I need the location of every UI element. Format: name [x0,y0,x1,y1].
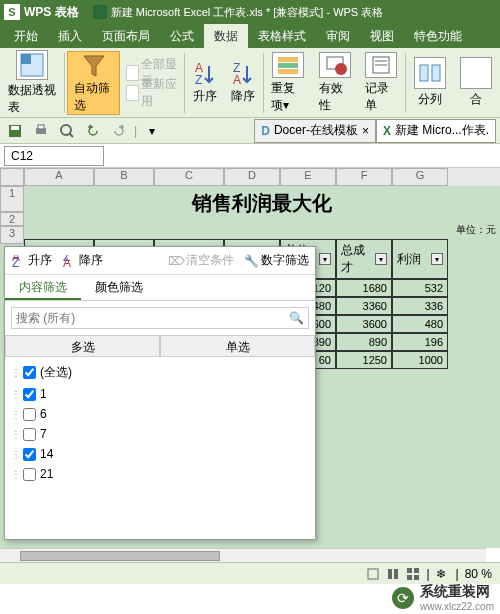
content-filter-tab[interactable]: 内容筛选 [5,275,81,300]
svg-rect-29 [407,568,412,573]
filter-icon [80,52,108,80]
validation-button[interactable]: 有效性 [313,51,357,115]
color-filter-tab[interactable]: 颜色筛选 [81,275,157,300]
filter-item[interactable]: ⋮14 [11,444,309,464]
filter-search-box[interactable]: 🔍 [11,307,309,329]
close-icon[interactable]: × [362,124,369,138]
excel-icon: X [383,124,391,138]
data-cell[interactable]: 196 [392,333,448,351]
multi-select-mode[interactable]: 多选 [5,335,160,357]
view-page-icon[interactable] [386,567,400,581]
zoom-level[interactable]: 80 % [465,567,492,581]
split-button[interactable]: 分列 [408,51,452,115]
data-cell[interactable]: 532 [392,279,448,297]
scroll-thumb[interactable] [20,551,220,561]
workbook-tab[interactable]: X 新建 Micro...作表. [376,119,496,143]
data-cell[interactable]: 3600 [336,315,392,333]
data-cell[interactable]: 3360 [336,297,392,315]
merge-icon [460,57,492,89]
menu-review[interactable]: 审阅 [316,24,360,49]
filter-clear-button[interactable]: ⌦清空条件 [169,252,234,269]
save-button[interactable] [4,121,26,141]
header-profit[interactable]: 利润▾ [392,239,448,279]
autofilter-button[interactable]: 自动筛选 [67,51,120,115]
merge-button[interactable]: 合 [454,51,498,115]
clear-icon: ⌦ [169,254,183,268]
filter-number-button[interactable]: 🔧数字筛选 [244,252,309,269]
filter-item[interactable]: ⋮(全选) [11,361,309,384]
sort-desc-label: 降序 [231,88,255,105]
filter-tabs: 内容筛选 颜色筛选 [5,275,315,301]
menu-layout[interactable]: 页面布局 [92,24,160,49]
filter-item[interactable]: ⋮21 [11,464,309,484]
view-normal-icon[interactable] [366,567,380,581]
sort-desc-icon: ZA [231,60,255,88]
data-cell[interactable]: 1000 [392,351,448,369]
single-select-mode[interactable]: 单选 [160,335,315,357]
filter-dropdown-icon[interactable]: ▾ [319,253,331,265]
filter-checkbox[interactable] [23,448,36,461]
filter-checkbox[interactable] [23,366,36,379]
view-break-icon[interactable] [406,567,420,581]
sort-asc-button[interactable]: AZ 升序 [187,51,223,115]
qat-dropdown[interactable]: ▾ [141,121,163,141]
search-icon[interactable]: 🔍 [289,311,304,325]
data-cell[interactable]: 480 [392,315,448,333]
filter-item-label: (全选) [40,364,72,381]
filter-item-label: 6 [40,407,47,421]
data-cell[interactable]: 336 [392,297,448,315]
filter-sort-asc-button[interactable]: AZ升序 [11,252,52,269]
col-header-d[interactable]: D [224,168,280,186]
row-header-2[interactable]: 2 [0,212,24,226]
undo-button[interactable] [82,121,104,141]
svg-rect-19 [38,125,44,129]
row-header-1[interactable]: 1 [0,186,24,212]
header-totalcost[interactable]: 总成才▾ [336,239,392,279]
svg-rect-31 [407,575,412,580]
row-header-3[interactable]: 3 [0,226,24,244]
col-header-b[interactable]: B [94,168,154,186]
filter-checkbox[interactable] [23,388,36,401]
col-header-c[interactable]: C [154,168,224,186]
menu-formula[interactable]: 公式 [160,24,204,49]
menu-insert[interactable]: 插入 [48,24,92,49]
data-cell[interactable]: 890 [336,333,392,351]
filter-options-group: 全部显示 重新应用 [122,51,182,115]
print-button[interactable] [30,121,52,141]
reapply-button[interactable]: 重新应用 [122,83,182,103]
filter-checkbox[interactable] [23,408,36,421]
duplicates-button[interactable]: 重复项▾ [265,51,311,115]
menu-tablestyle[interactable]: 表格样式 [248,24,316,49]
menu-data[interactable]: 数据 [204,24,248,49]
pivot-table-button[interactable]: 数据透视表 [2,51,62,115]
preview-button[interactable] [56,121,78,141]
name-box[interactable]: C12 [4,146,104,166]
select-all-corner[interactable] [0,168,24,186]
svg-rect-26 [368,569,378,579]
docer-tab[interactable]: D Docer-在线模板 × [254,119,376,143]
filter-item[interactable]: ⋮1 [11,384,309,404]
horizontal-scrollbar[interactable] [0,548,486,562]
col-header-a[interactable]: A [24,168,94,186]
data-cell[interactable]: 1680 [336,279,392,297]
menu-special[interactable]: 特色功能 [404,24,472,49]
menu-start[interactable]: 开始 [4,24,48,49]
col-header-e[interactable]: E [280,168,336,186]
filter-dropdown-icon[interactable]: ▾ [431,253,443,265]
filter-sort-desc-button[interactable]: ZA降序 [62,252,103,269]
redo-button[interactable] [108,121,130,141]
filter-checkbox[interactable] [23,468,36,481]
data-cell[interactable]: 1250 [336,351,392,369]
record-button[interactable]: 记录单 [359,51,403,115]
filter-dropdown-icon[interactable]: ▾ [375,253,387,265]
filter-item[interactable]: ⋮6 [11,404,309,424]
freeze-icon[interactable]: ❄ [436,567,450,581]
filter-checkbox[interactable] [23,428,36,441]
col-header-f[interactable]: F [336,168,392,186]
filter-item[interactable]: ⋮7 [11,424,309,444]
filter-search-input[interactable] [16,311,289,325]
col-header-g[interactable]: G [392,168,448,186]
menu-view[interactable]: 视图 [360,24,404,49]
svg-rect-6 [278,57,298,62]
sort-desc-button[interactable]: ZA 降序 [225,51,261,115]
